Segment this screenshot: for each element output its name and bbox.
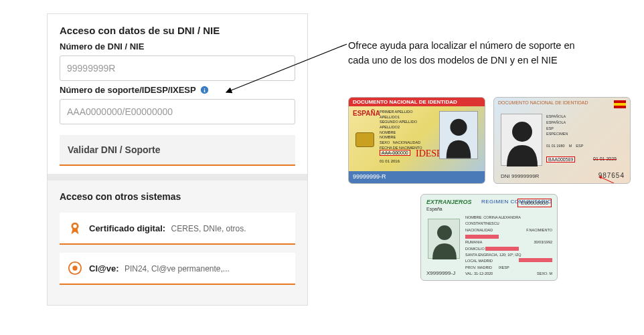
nie-ixesp-small: IXESP <box>498 265 509 269</box>
dni-field-label: Número de DNI / NIE <box>60 41 295 51</box>
clave-label: Cl@ve: <box>89 263 118 273</box>
nie-nac-value: RUMANIA <box>465 239 482 245</box>
dni-card-model2: DOCUMENTO NACIONAL DE IDENTIDAD ESPAÑOLA… <box>493 97 631 184</box>
nie-photo <box>428 219 460 259</box>
dni-card-model1: DOCUMENTO NACIONAL DE IDENTIDAD ESPAÑA P… <box>348 97 485 184</box>
nie-val-label: VAL: <box>465 271 473 275</box>
dni1-date: 01 01 2016 <box>380 159 400 163</box>
login-panel: Acceso con datos de su DNI / NIE Número … <box>47 13 308 306</box>
other-systems-title: Acceso con otros sistemas <box>60 191 295 202</box>
nie-fields: NOMBRE: CORINA ALEXANDRA CONSTANTINESCU … <box>465 215 552 277</box>
nie-name-label: NOMBRE: <box>465 215 483 219</box>
chip-icon <box>355 132 374 147</box>
spain-flag-icon <box>614 100 626 108</box>
dni2-dni-number: DNI 99999999R <box>501 173 539 179</box>
nie-dom-value: SANTA ENGRACIA, 120; 10º; IZQ <box>465 252 552 258</box>
other-systems-section: Acceso con otros sistemas Certificado di… <box>48 181 307 305</box>
help-annotation-text: Ofrece ayuda para localizar el número de… <box>348 39 596 68</box>
nie-prov-value: MADRID <box>477 265 492 269</box>
dni-cards-row: DOCUMENTO NACIONAL DE IDENTIDAD ESPAÑA P… <box>348 97 631 184</box>
clave-option[interactable]: Cl@ve: PIN24, Cl@ve permanente,... <box>60 253 295 285</box>
dni2-photo <box>501 114 542 166</box>
nie-redbar <box>465 235 499 239</box>
certificate-option[interactable]: Certificado digital: CERES, DNIe, otros. <box>60 213 295 245</box>
nie-sexo-value: M <box>549 271 552 275</box>
dni2-arrow-icon <box>596 175 617 184</box>
nie-prov-label: PROV. <box>465 265 477 269</box>
nie-extranjeros: EXTRANJEROS <box>426 199 472 205</box>
dni2-fields: ESPAÑOLA ESPAÑOLA ESP ESPECIMEN 01 01 19… <box>546 114 583 149</box>
svg-point-7 <box>450 119 467 136</box>
dni2-soporte-box: BAA000589 <box>546 156 575 162</box>
certificate-label: Certificado digital: <box>89 223 165 233</box>
dni1-header: DOCUMENTO NACIONAL DE IDENTIDAD <box>349 98 485 106</box>
dni1-dni-number: 99999999-R <box>349 171 485 183</box>
nie-fnac-value: 30/03/1992 <box>534 239 552 245</box>
clave-desc: PIN24, Cl@ve permanente,... <box>125 264 230 273</box>
nie-soporte-box: E00000000 <box>517 199 552 207</box>
info-icon[interactable]: i <box>200 86 209 94</box>
nie-redbar <box>519 258 552 262</box>
nie-card: EXTRANJEROS España REGIMEN COMUNITARIO E… <box>420 194 558 281</box>
nie-loc-value: MADRID <box>478 259 493 263</box>
dni1-espana: ESPAÑA <box>353 110 380 117</box>
nie-loc-label: LOCAL <box>465 259 477 263</box>
svg-point-10 <box>437 225 452 240</box>
nie-espana: España <box>426 207 442 211</box>
nie-dom-label: DOMICILIO <box>465 247 485 251</box>
soporte-field-label: Número de soporte/IDESP/IXESP i <box>60 85 295 95</box>
svg-point-8 <box>512 122 532 142</box>
validate-button[interactable]: Validar DNI / Soporte <box>60 135 295 166</box>
dni2-header: DOCUMENTO NACIONAL DE IDENTIDAD <box>494 98 630 108</box>
dni1-idesp-label: IDESP <box>416 148 442 159</box>
nie-val-value: 31-12-2020 <box>474 271 493 275</box>
ribbon-icon <box>68 221 82 235</box>
soporte-input[interactable] <box>60 99 295 124</box>
dni1-photo <box>439 111 478 159</box>
nie-nac-label: NACIONALIDAD <box>465 228 493 232</box>
dni-access-section: Acceso con datos de su DNI / NIE Número … <box>48 14 307 174</box>
svg-point-3 <box>73 225 77 229</box>
clave-icon <box>68 261 82 275</box>
dni1-soporte-box: AAA-000000 <box>380 150 410 156</box>
dni-input[interactable] <box>60 55 295 81</box>
nie-card-wrap: EXTRANJEROS España REGIMEN COMUNITARIO E… <box>420 194 558 281</box>
certificate-desc: CERES, DNIe, otros. <box>171 224 246 233</box>
soporte-label-text: Número de soporte/IDESP/IXESP <box>60 85 196 95</box>
nie-number: X9999999-J <box>426 270 455 276</box>
svg-point-5 <box>72 265 77 270</box>
dni-section-title: Acceso con datos de su DNI / NIE <box>60 25 295 36</box>
nie-sexo-label: SEXO: <box>537 271 548 275</box>
nie-fnac-label: F.NACIMIENTO <box>526 228 552 232</box>
panel-divider <box>48 174 307 181</box>
nie-redbar <box>485 247 519 251</box>
dni2-struck: 01 01 2025 <box>593 156 617 161</box>
